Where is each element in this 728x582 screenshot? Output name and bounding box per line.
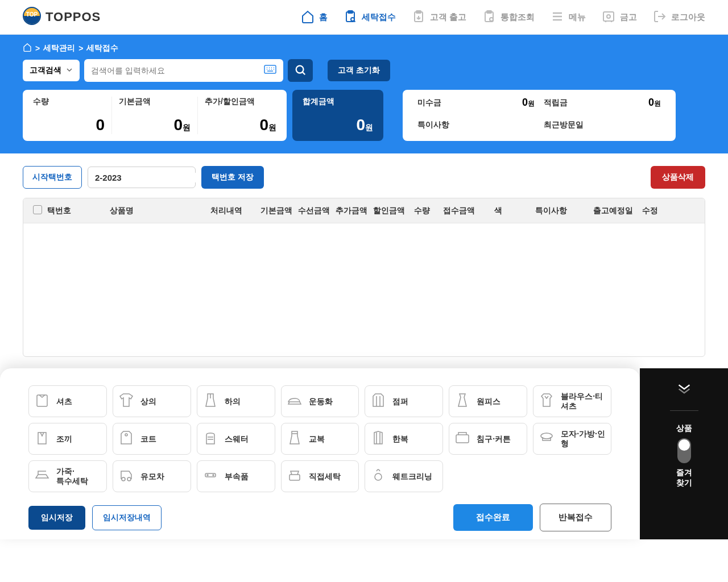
temp-history-button[interactable]: 임시저장내역 xyxy=(92,505,162,530)
category-button[interactable]: 가죽·특수세탁 xyxy=(28,460,107,492)
chevron-down-icon xyxy=(66,66,73,75)
category-button[interactable]: 블라우스·티셔츠 xyxy=(533,385,611,417)
category-icon xyxy=(538,429,555,448)
category-label: 원피스 xyxy=(477,397,500,406)
category-icon xyxy=(118,467,135,486)
middle-section: 시작택번호 택번호 저장 상품삭제 택번호 상품명 처리내역 기본금액 수선금액… xyxy=(0,153,728,363)
category-button[interactable]: 모자·가방·인형 xyxy=(533,423,611,455)
category-label: 코트 xyxy=(140,434,156,444)
chevron-down-icon[interactable] xyxy=(676,380,692,398)
svg-point-23 xyxy=(213,475,214,476)
category-button[interactable]: 운동화 xyxy=(281,385,359,417)
category-button[interactable]: 코트 xyxy=(113,423,191,455)
category-icon xyxy=(370,392,387,411)
dock-toggle[interactable]: 상품 즐겨찾기 xyxy=(676,423,692,488)
category-icon xyxy=(454,392,471,411)
search-input-wrap xyxy=(84,59,283,82)
category-label: 웨트크리닝 xyxy=(392,472,432,481)
point-label: 적립금 xyxy=(544,98,568,108)
customer-reset-button[interactable]: 고객 초기화 xyxy=(328,60,390,81)
category-label: 부속품 xyxy=(225,472,249,481)
search-input[interactable] xyxy=(91,66,264,75)
category-button[interactable]: 조끼 xyxy=(28,423,107,455)
category-button[interactable]: 상의 xyxy=(113,385,191,417)
category-button[interactable]: 원피스 xyxy=(449,385,527,417)
nav-receive[interactable]: 세탁접수 xyxy=(344,10,396,25)
svg-rect-17 xyxy=(456,435,469,443)
category-button[interactable]: 웨트크리닝 xyxy=(365,460,443,492)
toggle-switch[interactable] xyxy=(677,438,691,463)
category-label: 상의 xyxy=(140,397,156,406)
save-tag-button[interactable]: 택번호 저장 xyxy=(201,166,264,189)
category-button[interactable]: 교복 xyxy=(281,423,359,455)
category-button[interactable]: 부속품 xyxy=(197,460,275,492)
nav-unified[interactable]: 통합조회 xyxy=(482,10,535,25)
category-button[interactable]: 점퍼 xyxy=(365,385,443,417)
category-label: 가죽·특수세탁 xyxy=(56,467,88,486)
category-icon xyxy=(286,429,303,448)
logo-text: TOPPOS xyxy=(46,10,101,24)
col-name: 상품명 xyxy=(110,206,195,216)
search-row: 고객검색 고객 초기화 xyxy=(23,59,705,82)
col-edit: 수정 xyxy=(639,206,661,216)
nav-home[interactable]: 홈 xyxy=(301,10,328,25)
crumb-b[interactable]: 세탁접수 xyxy=(86,43,118,53)
summary-total-card: 합계금액 0원 xyxy=(292,90,383,141)
category-icon xyxy=(34,467,51,486)
due-label: 미수금 xyxy=(417,98,441,108)
category-button[interactable]: 셔츠 xyxy=(28,385,107,417)
svg-point-25 xyxy=(375,473,382,480)
keyboard-icon[interactable] xyxy=(264,65,276,76)
nav-cash[interactable]: 금고 xyxy=(602,10,637,25)
category-button[interactable]: 하의 xyxy=(197,385,275,417)
confirm-receive-button[interactable]: 접수완료 xyxy=(453,504,533,531)
delete-item-button[interactable]: 상품삭제 xyxy=(651,166,705,189)
home-icon xyxy=(301,10,315,25)
category-label: 침구·커튼 xyxy=(477,434,511,444)
category-icon xyxy=(202,467,219,486)
category-icon xyxy=(202,392,219,411)
logo: TOP TOPPOS xyxy=(23,7,101,27)
category-button[interactable]: 직접세탁 xyxy=(281,460,359,492)
base-value: 0원 xyxy=(119,116,191,134)
nav-checkout[interactable]: 고객 출고 xyxy=(412,10,466,25)
svg-point-19 xyxy=(122,477,125,481)
summary-left-card: 수량 0 기본금액 0원 추가/할인금액 0원 xyxy=(23,90,287,141)
temp-save-button[interactable]: 임시저장 xyxy=(28,506,85,530)
svg-rect-24 xyxy=(289,475,300,480)
logout-icon xyxy=(653,10,667,25)
col-tagno: 택번호 xyxy=(47,206,110,216)
search-button[interactable] xyxy=(288,59,313,82)
category-icon xyxy=(34,429,51,448)
qty-label: 수량 xyxy=(33,97,105,107)
breadcrumb: > 세탁관리 > 세탁접수 xyxy=(23,43,705,53)
select-all-checkbox[interactable] xyxy=(33,205,42,214)
svg-point-16 xyxy=(125,434,127,436)
tag-input[interactable] xyxy=(95,173,205,182)
nav-logout[interactable]: 로그아웃 xyxy=(653,10,705,25)
start-tag-button[interactable]: 시작택번호 xyxy=(23,166,82,189)
extra-label: 추가/할인금액 xyxy=(205,97,276,107)
col-color: 색 xyxy=(482,206,515,216)
category-label: 스웨터 xyxy=(225,434,249,444)
nav-menu[interactable]: 메뉴 xyxy=(551,10,586,25)
category-label: 셔츠 xyxy=(56,397,72,406)
dock-bottom-label: 즐겨찾기 xyxy=(676,468,692,488)
category-icon xyxy=(286,392,303,411)
category-label: 교복 xyxy=(309,434,325,444)
col-recv: 접수금액 xyxy=(436,206,482,216)
category-button[interactable]: 유모차 xyxy=(113,460,191,492)
category-label: 운동화 xyxy=(309,397,333,406)
category-grid: 셔츠상의하의운동화점퍼원피스블라우스·티셔츠조끼코트스웨터교복한복침구·커튼모자… xyxy=(28,385,611,492)
category-button[interactable]: 스웨터 xyxy=(197,423,275,455)
home-icon[interactable] xyxy=(23,43,32,53)
search-mode-select[interactable]: 고객검색 xyxy=(23,60,80,81)
summary-row: 수량 0 기본금액 0원 추가/할인금액 0원 합계금액 0원 미수금0원 특이… xyxy=(23,90,705,141)
search-icon xyxy=(294,64,307,78)
repeat-receive-button[interactable]: 반복접수 xyxy=(540,504,611,531)
table-header: 택번호 상품명 처리내역 기본금액 수선금액 추가금액 할인금액 수량 접수금액… xyxy=(23,198,705,223)
svg-point-13 xyxy=(296,65,304,73)
category-button[interactable]: 한복 xyxy=(365,423,443,455)
category-button[interactable]: 침구·커튼 xyxy=(449,423,527,455)
crumb-a[interactable]: 세탁관리 xyxy=(43,43,75,53)
